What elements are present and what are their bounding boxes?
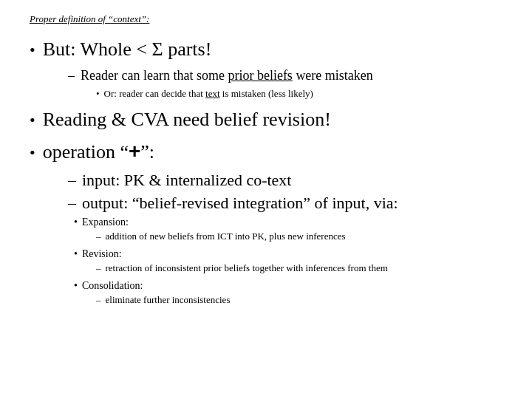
sub-sub-dot-1: • xyxy=(96,88,100,100)
expansion-label: Expansion: xyxy=(82,216,129,228)
revision-label: Revision: xyxy=(82,248,122,260)
bullet-1-prefix: But: Whole xyxy=(43,38,137,60)
plus-symbol: + xyxy=(129,140,140,163)
bullet-dot-2: • xyxy=(30,111,35,130)
dash-input: – input: PK & internalized co-text xyxy=(68,171,502,190)
exp-dash-3: – xyxy=(96,294,101,306)
prior-beliefs-underline: prior beliefs xyxy=(228,68,292,83)
sigma-symbol: Σ xyxy=(152,38,163,60)
dash-symbol-2: – xyxy=(68,171,76,190)
less-than-symbol: < xyxy=(136,38,147,60)
dash-input-text: input: PK & internalized co-text xyxy=(82,171,292,190)
revision-sub-dash: – retraction of inconsistent prior belie… xyxy=(96,262,502,274)
dash-output-text: output: “belief-revised integration” of … xyxy=(82,194,398,213)
dash-output: – output: “belief-revised integration” o… xyxy=(68,194,502,213)
expansion-dot: • xyxy=(74,216,78,228)
or-suffix: is mistaken (less likely) xyxy=(220,88,313,99)
exp-dash-1: – xyxy=(96,231,101,242)
consolidation-sub-text: eliminate further inconsistencies xyxy=(106,294,231,306)
reader-text-before: Reader can learn that some xyxy=(81,68,228,83)
consolidation-dot: • xyxy=(74,280,78,292)
bullet-2: • Reading & CVA need belief revision! xyxy=(30,109,502,131)
sub-dash-1-text: Reader can learn that some prior beliefs… xyxy=(81,68,373,83)
output-dash: – output: “belief-revised integration” o… xyxy=(68,194,502,213)
bullet-dot-1: • xyxy=(30,41,35,60)
consolidation-bullet: • Consolidation: xyxy=(74,280,502,292)
sub-sub-text-1: Or: reader can decide that text is mista… xyxy=(104,88,313,100)
consolidation-sub-dash: – eliminate further inconsistencies xyxy=(96,294,502,306)
bullet-1-text: But: Whole < Σ parts! xyxy=(43,38,212,61)
revision-dot: • xyxy=(74,248,78,260)
consolidation-label: Consolidation: xyxy=(82,280,143,292)
expansion-bullet: • Expansion: xyxy=(74,216,502,228)
proper-definition-header: Proper definition of “context”: xyxy=(30,13,502,25)
bullet-dot-3: • xyxy=(30,143,35,163)
text-underline: text xyxy=(205,88,220,99)
sub-dash-1: – Reader can learn that some prior belie… xyxy=(68,68,502,83)
reader-text-after: were mistaken xyxy=(293,68,373,83)
revision-section: • Revision: – retraction of inconsistent… xyxy=(74,248,502,274)
dash-symbol-1: – xyxy=(68,68,75,83)
bullet-3-text: operation “+”: xyxy=(43,140,154,163)
exp-dash-2: – xyxy=(96,262,101,274)
bullet-1-suffix: parts! xyxy=(163,38,212,60)
bullet-3: • operation “+”: xyxy=(30,140,502,163)
expansion-section: • Expansion: – addition of new beliefs f… xyxy=(74,216,502,242)
bullet-2-text: Reading & CVA need belief revision! xyxy=(43,109,331,131)
or-prefix: Or: reader can decide that xyxy=(104,88,206,99)
expansion-sub-dash: – addition of new beliefs from ICT into … xyxy=(96,231,502,242)
operation-suffix: ”: xyxy=(140,141,154,163)
operation-prefix: operation “ xyxy=(43,141,129,163)
revision-sub-text: retraction of inconsistent prior beliefs… xyxy=(106,262,388,274)
sub-sub-bullet-1: • Or: reader can decide that text is mis… xyxy=(96,88,502,100)
dash-symbol-3: – xyxy=(68,194,76,213)
expansion-sub-text: addition of new beliefs from ICT into PK… xyxy=(106,231,346,242)
bullet-1: • But: Whole < Σ parts! xyxy=(30,38,502,61)
revision-bullet: • Revision: xyxy=(74,248,502,260)
consolidation-section: • Consolidation: – eliminate further inc… xyxy=(74,280,502,306)
input-dash: – input: PK & internalized co-text xyxy=(68,171,502,190)
